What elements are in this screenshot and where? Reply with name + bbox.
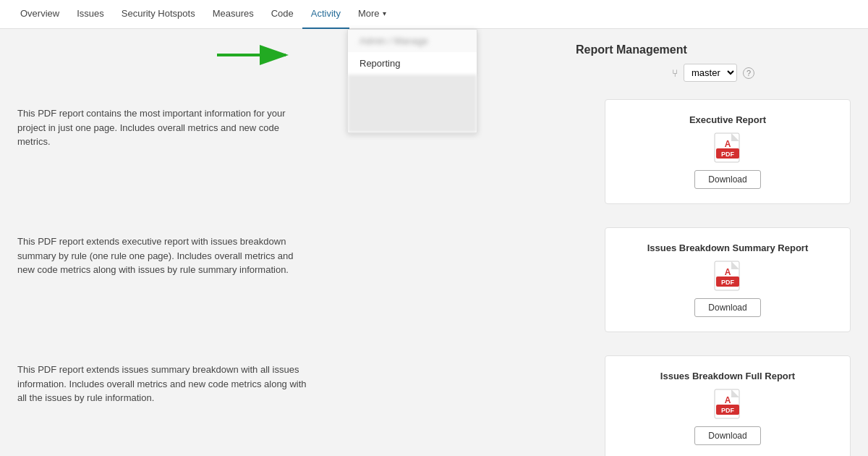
nav-more-label: More bbox=[358, 8, 380, 19]
nav-overview-label: Overview bbox=[20, 8, 59, 19]
executive-report-pdf-icon: PDF A bbox=[714, 132, 741, 163]
branch-select[interactable]: master bbox=[684, 64, 737, 82]
page-title: Report Management bbox=[576, 43, 851, 56]
nav-activity-label: Activity bbox=[311, 8, 341, 19]
help-label: ? bbox=[746, 69, 751, 77]
issues-full-report-title: Issues Breakdown Full Report bbox=[660, 371, 795, 381]
nav-measures[interactable]: Measures bbox=[204, 0, 263, 29]
issues-summary-report-title: Issues Breakdown Summary Report bbox=[647, 242, 809, 253]
nav-issues[interactable]: Issues bbox=[68, 0, 113, 29]
branch-icon: ⑂ bbox=[672, 67, 678, 79]
issues-full-description: This PDF report extends issues summary b… bbox=[17, 363, 307, 405]
dropdown-admin-label: Admin / Manage bbox=[359, 35, 428, 46]
issues-summary-description-area: This PDF report extends executive report… bbox=[17, 227, 587, 277]
svg-text:PDF: PDF bbox=[721, 407, 735, 414]
dropdown-preview-blur bbox=[348, 75, 477, 132]
issues-full-description-area: This PDF report extends issues summary b… bbox=[17, 355, 587, 405]
help-icon[interactable]: ? bbox=[743, 67, 754, 79]
issues-full-card-area: Issues Breakdown Full Report PDF A Downl… bbox=[605, 355, 851, 456]
nav-code-label: Code bbox=[271, 8, 294, 19]
nav-issues-label: Issues bbox=[77, 8, 104, 19]
executive-report-download-button[interactable]: Download bbox=[694, 170, 760, 189]
svg-text:PDF: PDF bbox=[721, 151, 735, 158]
issues-summary-card-area: Issues Breakdown Summary Report PDF A Do… bbox=[605, 227, 851, 341]
issues-summary-description: This PDF report extends executive report… bbox=[17, 235, 307, 277]
issues-summary-report-row: This PDF report extends executive report… bbox=[17, 227, 851, 341]
right-header-area: Report Management ⑂ master ? bbox=[576, 43, 851, 93]
executive-report-card: Executive Report PDF A Download bbox=[605, 99, 851, 204]
issues-summary-pdf-icon: PDF A bbox=[714, 261, 741, 291]
dropdown-item-admin[interactable]: Admin / Manage bbox=[348, 30, 477, 52]
dropdown-item-reporting[interactable]: Reporting bbox=[348, 52, 477, 75]
svg-text:PDF: PDF bbox=[721, 279, 735, 286]
chevron-down-icon: ▾ bbox=[383, 9, 386, 17]
svg-text:A: A bbox=[725, 395, 731, 405]
nav-security-hotspots-label: Security Hotspots bbox=[122, 8, 195, 19]
issues-full-report-row: This PDF report extends issues summary b… bbox=[17, 355, 851, 456]
executive-report-card-area: Executive Report PDF A Download bbox=[605, 99, 851, 213]
green-arrow-indicator bbox=[210, 41, 297, 72]
issues-full-report-card: Issues Breakdown Full Report PDF A Downl… bbox=[605, 355, 851, 456]
nav-code[interactable]: Code bbox=[263, 0, 302, 29]
nav-more[interactable]: More ▾ bbox=[349, 0, 395, 29]
issues-full-pdf-icon: PDF A bbox=[714, 389, 741, 419]
svg-text:A: A bbox=[725, 267, 731, 277]
issues-summary-report-card: Issues Breakdown Summary Report PDF A Do… bbox=[605, 227, 851, 332]
issues-summary-download-button[interactable]: Download bbox=[694, 298, 760, 317]
svg-text:A: A bbox=[725, 139, 731, 149]
nav-measures-label: Measures bbox=[213, 8, 254, 19]
executive-report-title: Executive Report bbox=[689, 114, 766, 125]
issues-full-download-button[interactable]: Download bbox=[694, 426, 760, 445]
branch-selector: ⑂ master ? bbox=[576, 64, 851, 82]
top-nav: Overview Issues Security Hotspots Measur… bbox=[0, 0, 868, 29]
nav-activity[interactable]: Activity bbox=[302, 0, 349, 29]
executive-report-description: This PDF report contains the most import… bbox=[17, 106, 307, 149]
nav-security-hotspots[interactable]: Security Hotspots bbox=[113, 0, 204, 29]
nav-overview[interactable]: Overview bbox=[12, 0, 68, 29]
executive-report-description-area: This PDF report contains the most import… bbox=[17, 99, 587, 149]
dropdown-reporting-label: Reporting bbox=[359, 58, 400, 69]
more-dropdown-menu: Admin / Manage Reporting bbox=[347, 29, 477, 133]
